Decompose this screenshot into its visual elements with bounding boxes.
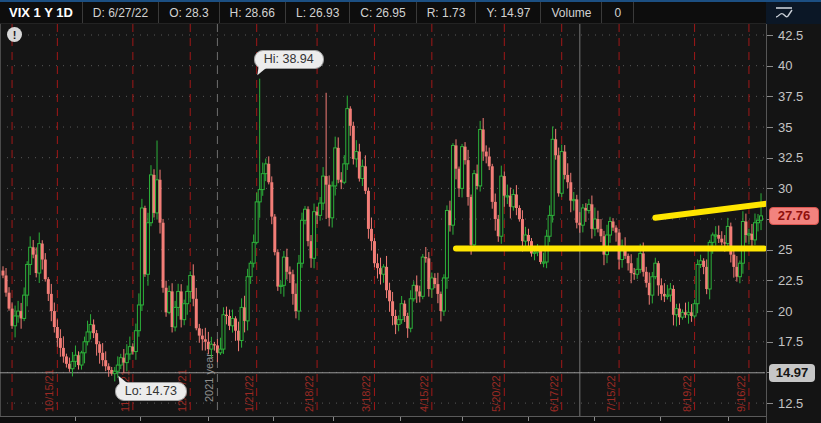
candle <box>521 210 524 251</box>
candle <box>80 351 83 370</box>
candle <box>515 185 518 215</box>
time-axis <box>0 416 766 423</box>
candle <box>337 137 340 183</box>
candle <box>738 261 741 284</box>
candle <box>331 181 334 227</box>
x-axis-tick <box>728 417 729 421</box>
x-axis-date-label: 4/15/22 <box>418 375 430 412</box>
candle <box>56 319 59 346</box>
candle <box>159 170 162 234</box>
candle <box>53 303 56 333</box>
candle <box>587 199 590 213</box>
year-low-badge: 14.97 <box>769 364 815 382</box>
candle <box>615 225 618 241</box>
x-axis-tick <box>660 417 661 421</box>
header-spacer <box>633 2 766 23</box>
candle <box>234 316 237 341</box>
candle <box>430 273 433 298</box>
y-axis-tick <box>767 250 773 251</box>
y-axis-label: 20 <box>778 305 792 318</box>
high-annotation[interactable]: Hi: 38.94 <box>254 50 324 69</box>
candle <box>560 145 563 198</box>
candle <box>204 328 207 351</box>
candle <box>291 270 294 305</box>
candlesticks <box>2 79 763 382</box>
candle <box>373 238 376 267</box>
candle <box>47 277 50 301</box>
y-axis-tick <box>767 188 773 189</box>
candle <box>258 79 261 218</box>
candle <box>669 283 672 302</box>
candle <box>675 304 678 327</box>
candle <box>355 140 358 167</box>
candle <box>168 286 171 315</box>
candle <box>732 247 735 278</box>
candle <box>59 329 62 357</box>
y-axis-tick <box>767 96 773 97</box>
candle <box>687 302 690 324</box>
candle <box>364 155 367 194</box>
x-axis-date-label: 7/15/22 <box>605 375 617 412</box>
low-annotation[interactable]: Lo: 14.73 <box>115 382 187 401</box>
candle <box>14 306 17 338</box>
candle <box>95 330 98 356</box>
ohlc-readout: L: 26.93 <box>285 2 349 23</box>
y-axis-tick <box>767 311 773 312</box>
chart-style-button[interactable] <box>766 2 821 24</box>
candle <box>270 176 273 224</box>
volume-label: Volume <box>540 2 601 23</box>
last-price-badge: 27.76 <box>769 207 819 225</box>
candle <box>92 319 95 338</box>
candle <box>569 173 572 212</box>
ohlc-readouts: D: 6/27/22O: 28.3H: 28.66L: 26.93C: 26.9… <box>82 2 541 23</box>
y-axis-label: 17.5 <box>778 335 803 348</box>
candle <box>240 298 243 347</box>
y-axis-tick <box>767 127 773 128</box>
candle <box>346 96 349 170</box>
candle <box>451 143 454 235</box>
x-axis-tick <box>333 417 334 421</box>
candle <box>494 194 497 231</box>
chart-header: VIX 1 Y 1D D: 6/27/22O: 28.3H: 28.66L: 2… <box>0 2 766 24</box>
x-axis-date-label: 3/18/22 <box>360 375 372 412</box>
candle <box>672 285 675 325</box>
candle <box>412 281 415 301</box>
candle <box>572 192 575 211</box>
candle <box>717 226 720 243</box>
candle <box>276 249 279 291</box>
candle <box>645 267 648 288</box>
y-axis-label: 12.5 <box>778 397 803 410</box>
candle <box>479 121 482 192</box>
candle <box>747 229 750 245</box>
candle <box>500 166 503 244</box>
y-axis-label: 25 <box>778 243 792 256</box>
candle <box>195 288 198 330</box>
candle <box>593 207 596 236</box>
line-chart-icon <box>773 5 795 21</box>
exclamation-icon[interactable]: ! <box>7 27 22 42</box>
candle <box>5 268 8 297</box>
price-chart-canvas[interactable]: 10/15/2111/19/2112/17/211/21/222/18/223/… <box>0 24 766 423</box>
y-axis-label: 30 <box>778 182 792 195</box>
candle <box>267 156 270 184</box>
y-axis-tick <box>767 66 773 67</box>
y-axis-tick <box>767 35 773 36</box>
y-axis-tick <box>767 403 773 404</box>
candle <box>627 254 630 271</box>
candle <box>201 329 204 351</box>
y-axis-label: 40 <box>778 59 792 72</box>
candle <box>246 269 249 331</box>
x-axis-date-label: 6/17/22 <box>548 375 560 412</box>
candle <box>654 258 657 279</box>
price-axis[interactable]: 42.54037.53532.53027.52522.52017.51512.5… <box>766 24 821 423</box>
candle <box>590 196 593 239</box>
candle <box>382 264 385 283</box>
candle <box>391 292 394 325</box>
candle <box>621 240 624 268</box>
candle <box>566 163 569 188</box>
candle <box>753 214 756 246</box>
candle <box>563 145 566 179</box>
y-axis-label: 22.5 <box>778 274 803 287</box>
candle <box>156 141 159 220</box>
candle <box>630 254 633 283</box>
